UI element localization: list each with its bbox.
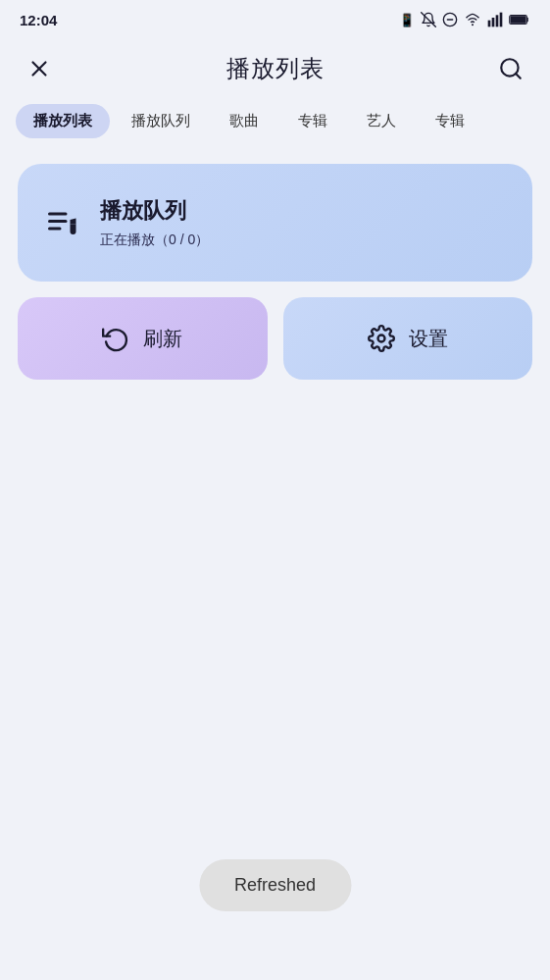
page-title: 播放列表	[226, 53, 325, 84]
close-button[interactable]	[20, 49, 59, 88]
search-button[interactable]	[491, 49, 530, 88]
sim-icon: 📱	[399, 13, 415, 27]
wifi-icon	[464, 12, 481, 27]
settings-button[interactable]: 设置	[283, 297, 533, 380]
settings-icon	[368, 325, 395, 352]
refresh-label: 刷新	[143, 326, 182, 352]
status-time: 12:04	[20, 12, 57, 28]
status-icons: 📱	[399, 12, 530, 27]
queue-card[interactable]: 播放队列 正在播放（0 / 0）	[18, 164, 532, 282]
tab-queue[interactable]: 播放队列	[114, 104, 208, 138]
tab-songs[interactable]: 歌曲	[212, 104, 276, 138]
action-row: 刷新 设置	[18, 297, 532, 380]
queue-info: 播放队列 正在播放（0 / 0）	[100, 196, 209, 249]
signal-icon	[487, 12, 503, 27]
svg-rect-9	[510, 16, 525, 23]
tab-playlist[interactable]: 播放列表	[16, 104, 110, 138]
queue-subtitle: 正在播放（0 / 0）	[100, 232, 209, 249]
svg-line-13	[516, 74, 521, 78]
toast: Refreshed	[199, 859, 351, 911]
svg-point-3	[472, 24, 474, 26]
svg-point-17	[377, 335, 384, 342]
svg-rect-5	[492, 18, 495, 26]
battery-icon	[509, 13, 530, 26]
main-content: 播放队列 正在播放（0 / 0） 刷新 设置	[0, 144, 550, 399]
tab-albums[interactable]: 专辑	[280, 104, 345, 138]
tabs-container: 播放列表 播放队列 歌曲 专辑 艺人 专辑	[0, 98, 550, 144]
svg-line-0	[422, 13, 436, 27]
svg-rect-4	[488, 21, 491, 27]
minus-circle-icon	[442, 12, 458, 27]
status-bar: 12:04 📱	[0, 0, 550, 39]
svg-rect-6	[496, 15, 499, 26]
notification-off-icon	[421, 12, 436, 27]
settings-label: 设置	[409, 326, 448, 352]
tab-artists[interactable]: 艺人	[349, 104, 414, 138]
queue-icon	[45, 205, 80, 240]
queue-title: 播放队列	[100, 196, 209, 226]
top-bar: 播放列表	[0, 39, 550, 98]
svg-rect-7	[500, 13, 503, 27]
toast-text: Refreshed	[234, 875, 316, 895]
refresh-button[interactable]: 刷新	[18, 297, 268, 380]
refresh-icon	[102, 325, 129, 352]
tab-albums2[interactable]: 专辑	[418, 104, 482, 138]
